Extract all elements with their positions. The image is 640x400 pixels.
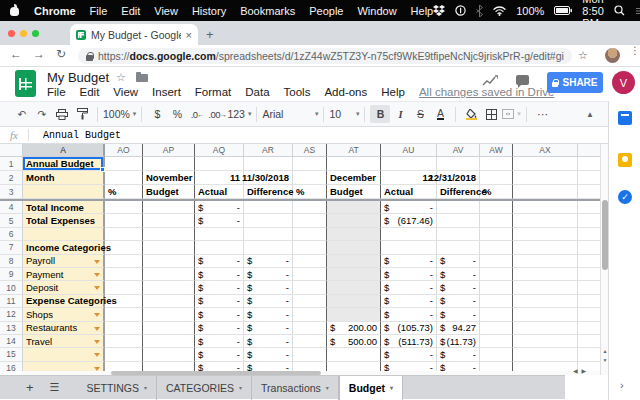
row-header-10[interactable]: 10 bbox=[0, 281, 23, 294]
mac-menu-bookmarks[interactable]: Bookmarks bbox=[240, 5, 295, 17]
cell-AO3[interactable]: % bbox=[105, 185, 143, 199]
cell-AU6[interactable] bbox=[381, 228, 437, 241]
cell-AS1[interactable] bbox=[293, 157, 327, 171]
cell-AR16[interactable]: $- bbox=[244, 362, 293, 371]
zoom-select[interactable]: 100%▾ bbox=[103, 105, 136, 123]
cell-AS16[interactable] bbox=[293, 362, 327, 371]
save-status[interactable]: All changes saved in Drive bbox=[419, 86, 555, 98]
cell-AP2[interactable]: November bbox=[143, 171, 195, 185]
cell-AQ5[interactable]: $- bbox=[195, 214, 244, 227]
cell-AP5[interactable] bbox=[143, 214, 195, 227]
cell-AW6[interactable] bbox=[480, 228, 513, 241]
cell-AT11[interactable] bbox=[327, 295, 381, 308]
cell-AP7[interactable] bbox=[143, 241, 195, 254]
comment-icon[interactable] bbox=[516, 75, 529, 85]
sheet-tab-categories[interactable]: CATEGORIES▾ bbox=[157, 376, 252, 400]
row-header-4[interactable]: 4 bbox=[0, 201, 23, 214]
dropdown-arrow-icon[interactable] bbox=[94, 353, 100, 357]
star-document-icon[interactable]: ☆ bbox=[116, 71, 126, 84]
format-currency-button[interactable]: $ bbox=[147, 105, 167, 123]
cell-A7[interactable]: Income Categories bbox=[23, 241, 105, 254]
cell-pad3[interactable] bbox=[578, 185, 601, 199]
cell-AQ6[interactable] bbox=[195, 228, 244, 241]
cell-AP11[interactable] bbox=[143, 295, 195, 308]
cell-AU8[interactable]: $- bbox=[381, 255, 437, 268]
cell-AV5[interactable] bbox=[437, 214, 480, 227]
cell-AX15[interactable] bbox=[513, 348, 578, 361]
cell-AQ4[interactable]: $- bbox=[195, 201, 244, 214]
mac-menu-view[interactable]: View bbox=[154, 5, 178, 17]
cell-AW1[interactable] bbox=[480, 157, 513, 171]
column-header-AU[interactable]: AU bbox=[381, 144, 437, 157]
font-select[interactable]: Arial▾ bbox=[262, 105, 318, 123]
cell-AT7[interactable] bbox=[327, 241, 381, 254]
cell-pad15[interactable] bbox=[578, 348, 601, 361]
cell-AT5[interactable] bbox=[327, 214, 381, 227]
bookmark-star-icon[interactable]: ☆ bbox=[578, 49, 588, 62]
row-header-13[interactable]: 13 bbox=[0, 322, 23, 335]
sheet-tab-menu-icon[interactable]: ▾ bbox=[239, 384, 242, 391]
column-header-pad[interactable] bbox=[578, 144, 601, 157]
cell-AX8[interactable] bbox=[513, 255, 578, 268]
cell-AU14[interactable]: $(511.73) bbox=[381, 335, 437, 348]
cell-AP12[interactable] bbox=[143, 308, 195, 321]
row-header-15[interactable]: 15 bbox=[0, 348, 23, 361]
hide-toolbar-button[interactable]: ▲ bbox=[586, 110, 594, 119]
cell-A12[interactable]: Shops bbox=[23, 308, 105, 321]
cell-AQ12[interactable]: $- bbox=[195, 308, 244, 321]
cell-AW16[interactable] bbox=[480, 362, 513, 371]
cell-AP1[interactable] bbox=[143, 157, 195, 171]
cell-AO13[interactable] bbox=[105, 322, 143, 335]
cell-pad8[interactable] bbox=[578, 255, 601, 268]
cell-AS8[interactable] bbox=[293, 255, 327, 268]
row-header-1[interactable]: 1 bbox=[0, 157, 23, 171]
cell-AV16[interactable]: $- bbox=[437, 362, 480, 371]
share-button[interactable]: SHARE bbox=[547, 72, 603, 93]
menu-tools[interactable]: Tools bbox=[284, 86, 311, 98]
status-circle-icon[interactable] bbox=[455, 5, 466, 16]
cell-AX6[interactable] bbox=[513, 228, 578, 241]
tasks-icon[interactable]: ✓ bbox=[618, 190, 632, 204]
cell-AS3[interactable]: % bbox=[293, 185, 327, 199]
keep-icon[interactable] bbox=[618, 153, 632, 167]
increase-decimals-button[interactable]: .00→ bbox=[207, 105, 227, 123]
menu-add-ons[interactable]: Add-ons bbox=[324, 86, 367, 98]
cell-AT10[interactable] bbox=[327, 281, 381, 294]
cell-AT13[interactable]: $200.00 bbox=[327, 322, 381, 335]
cell-AP6[interactable] bbox=[143, 228, 195, 241]
sheet-tab-budget[interactable]: Budget▾ bbox=[339, 376, 403, 400]
cell-AW15[interactable] bbox=[480, 348, 513, 361]
cell-A11[interactable]: Expense Categories bbox=[23, 295, 105, 308]
cell-pad14[interactable] bbox=[578, 335, 601, 348]
cell-AW13[interactable] bbox=[480, 322, 513, 335]
close-tab-icon[interactable]: × bbox=[186, 29, 192, 41]
cell-AQ2[interactable]: 11 bbox=[195, 171, 244, 185]
column-header-AR[interactable]: AR bbox=[244, 144, 293, 157]
italic-button[interactable]: I bbox=[390, 105, 410, 123]
cell-AX13[interactable] bbox=[513, 322, 578, 335]
cell-AS11[interactable] bbox=[293, 295, 327, 308]
cell-AR5[interactable] bbox=[244, 214, 293, 227]
spotlight-search-icon[interactable] bbox=[614, 5, 625, 16]
menu-file[interactable]: File bbox=[47, 86, 66, 98]
cell-A3[interactable] bbox=[23, 185, 105, 199]
row-header-9[interactable]: 9 bbox=[0, 268, 23, 281]
cell-AT6[interactable] bbox=[327, 228, 381, 241]
font-size-select[interactable]: 10▾ bbox=[329, 105, 359, 123]
cell-AV6[interactable] bbox=[437, 228, 480, 241]
print-button[interactable] bbox=[52, 105, 72, 123]
sheet-tab-transactions[interactable]: Transactions▾ bbox=[252, 376, 339, 400]
cell-AO4[interactable] bbox=[105, 201, 143, 214]
horizontal-scroll-arrows[interactable]: ◀▶ bbox=[573, 367, 590, 374]
cell-AS6[interactable] bbox=[293, 228, 327, 241]
wifi-icon[interactable] bbox=[493, 6, 506, 16]
cell-AU10[interactable]: $- bbox=[381, 281, 437, 294]
cell-AR8[interactable]: $- bbox=[244, 255, 293, 268]
cell-AP13[interactable] bbox=[143, 322, 195, 335]
cell-AR10[interactable]: $- bbox=[244, 281, 293, 294]
menu-view[interactable]: View bbox=[113, 86, 138, 98]
dropbox-icon[interactable] bbox=[433, 5, 445, 16]
cell-AW4[interactable] bbox=[480, 201, 513, 214]
formula-input[interactable]: Annual Budget bbox=[29, 130, 121, 141]
cell-AR3[interactable]: Difference bbox=[244, 185, 293, 199]
